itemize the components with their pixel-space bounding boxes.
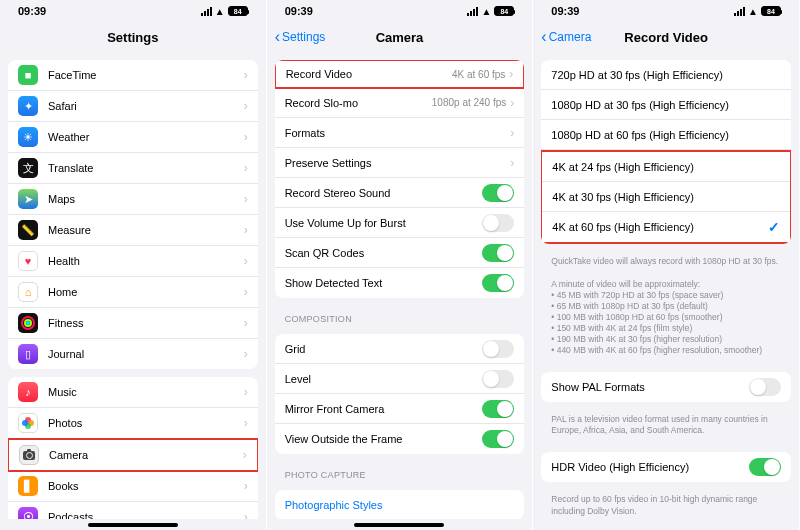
maps-icon: ➤ — [18, 189, 38, 209]
recordvideo-row[interactable]: Record Video4K at 60 fps› — [275, 60, 525, 89]
volup-row[interactable]: Use Volume Up for Burst — [275, 208, 525, 238]
settings-screen: 09:39 ▲ 84 Settings ■FaceTime›✦Safari›☀W… — [0, 0, 267, 530]
chevron-right-icon: › — [244, 479, 248, 493]
status-indicators: ▲ 84 — [734, 6, 781, 17]
journal-icon: ▯ — [18, 344, 38, 364]
chevron-right-icon: › — [244, 285, 248, 299]
preserve-row[interactable]: Preserve Settings› — [275, 148, 525, 178]
grid-toggle[interactable] — [482, 340, 514, 358]
chevron-right-icon: › — [510, 126, 514, 140]
pal-footer: PAL is a television video format used in… — [541, 410, 791, 444]
settings-row-home[interactable]: ⌂Home› — [8, 277, 258, 308]
qr-label: Scan QR Codes — [285, 247, 483, 259]
recordvideo-detail: 4K at 60 fps — [452, 69, 505, 80]
outside-label: View Outside the Frame — [285, 433, 483, 445]
settings-row-journal[interactable]: ▯Journal› — [8, 339, 258, 369]
back-button[interactable]: ‹Settings — [275, 29, 326, 45]
recordslomo-detail: 1080p at 240 fps — [432, 97, 507, 108]
outside-toggle[interactable] — [482, 430, 514, 448]
safari-icon: ✦ — [18, 96, 38, 116]
video-option-4k60[interactable]: 4K at 60 fps (High Efficiency)✓ — [542, 212, 790, 242]
chevron-right-icon: › — [244, 68, 248, 82]
show-pal-toggle[interactable] — [749, 378, 781, 396]
hdr-video-toggle[interactable] — [749, 458, 781, 476]
settings-row-fitness[interactable]: Fitness› — [8, 308, 258, 339]
show-pal-label: Show PAL Formats — [551, 381, 749, 393]
health-icon: ♥ — [18, 251, 38, 271]
hdr-footer: Record up to 60 fps video in 10-bit high… — [541, 490, 791, 524]
camera-label: Camera — [49, 449, 243, 461]
status-time: 09:39 — [18, 5, 46, 17]
chevron-right-icon: › — [244, 316, 248, 330]
back-label: Camera — [549, 30, 592, 44]
1080p30-label: 1080p HD at 30 fps (High Efficiency) — [551, 99, 781, 111]
settings-list[interactable]: ■FaceTime›✦Safari›☀Weather›文Translate›➤M… — [0, 52, 266, 519]
styles-row[interactable]: Photographic Styles — [275, 490, 525, 519]
translate-icon: 文 — [18, 158, 38, 178]
level-row[interactable]: Level — [275, 364, 525, 394]
recordslomo-row[interactable]: Record Slo-mo1080p at 240 fps› — [275, 88, 525, 118]
settings-row-translate[interactable]: 文Translate› — [8, 153, 258, 184]
settings-row-podcasts[interactable]: ⦿Podcasts› — [8, 502, 258, 519]
battery-icon: 84 — [494, 6, 514, 16]
status-bar: 09:39 ▲ 84 — [267, 0, 533, 22]
4k24-label: 4K at 24 fps (High Efficiency) — [552, 161, 780, 173]
music-icon: ♪ — [18, 382, 38, 402]
hdr-video-row[interactable]: HDR Video (High Efficiency) — [541, 452, 791, 482]
settings-row-weather[interactable]: ☀Weather› — [8, 122, 258, 153]
grid-label: Grid — [285, 343, 483, 355]
settings-row-safari[interactable]: ✦Safari› — [8, 91, 258, 122]
mirror-toggle[interactable] — [482, 400, 514, 418]
settings-row-photos[interactable]: Photos› — [8, 408, 258, 439]
level-toggle[interactable] — [482, 370, 514, 388]
qr-toggle[interactable] — [482, 244, 514, 262]
formats-row[interactable]: Formats› — [275, 118, 525, 148]
podcasts-label: Podcasts — [48, 511, 244, 519]
record-video-list[interactable]: 720p HD at 30 fps (High Efficiency)1080p… — [533, 52, 799, 530]
chevron-right-icon: › — [244, 161, 248, 175]
preserve-label: Preserve Settings — [285, 157, 511, 169]
stereo-toggle[interactable] — [482, 184, 514, 202]
video-option-4k30[interactable]: 4K at 30 fps (High Efficiency) — [542, 182, 790, 212]
settings-row-facetime[interactable]: ■FaceTime› — [8, 60, 258, 91]
settings-row-maps[interactable]: ➤Maps› — [8, 184, 258, 215]
formats-label: Formats — [285, 127, 511, 139]
show-pal-row[interactable]: Show PAL Formats — [541, 372, 791, 402]
home-indicator[interactable] — [354, 523, 444, 527]
volup-toggle[interactable] — [482, 214, 514, 232]
video-option-1080p30[interactable]: 1080p HD at 30 fps (High Efficiency) — [541, 90, 791, 120]
detecttext-toggle[interactable] — [482, 274, 514, 292]
minute-footer: A minute of video will be approximately:… — [541, 275, 791, 364]
settings-row-camera[interactable]: Camera› — [8, 438, 258, 472]
quicktake-footer: QuickTake video will always record with … — [541, 252, 791, 275]
chevron-left-icon: ‹ — [541, 29, 546, 45]
settings-row-books[interactable]: ▋Books› — [8, 471, 258, 502]
chevron-right-icon: › — [244, 416, 248, 430]
outside-row[interactable]: View Outside the Frame — [275, 424, 525, 454]
video-option-4k24[interactable]: 4K at 24 fps (High Efficiency) — [542, 152, 790, 182]
grid-row[interactable]: Grid — [275, 334, 525, 364]
section-header-composition: COMPOSITION — [275, 306, 525, 326]
stereo-row[interactable]: Record Stereo Sound — [275, 178, 525, 208]
settings-row-measure[interactable]: 📏Measure› — [8, 215, 258, 246]
detecttext-row[interactable]: Show Detected Text — [275, 268, 525, 298]
video-option-720p30[interactable]: 720p HD at 30 fps (High Efficiency) — [541, 60, 791, 90]
recordslomo-label: Record Slo-mo — [285, 97, 432, 109]
battery-icon: 84 — [228, 6, 248, 16]
home-indicator[interactable] — [88, 523, 178, 527]
camera-settings-screen: 09:39 ▲ 84 ‹Settings Camera Record Video… — [267, 0, 534, 530]
video-option-1080p60[interactable]: 1080p HD at 60 fps (High Efficiency) — [541, 120, 791, 150]
battery-icon: 84 — [761, 6, 781, 16]
mirror-label: Mirror Front Camera — [285, 403, 483, 415]
styles-link[interactable]: Photographic Styles — [285, 499, 515, 511]
back-button[interactable]: ‹Camera — [541, 29, 591, 45]
cellular-icon — [734, 7, 745, 16]
settings-row-music[interactable]: ♪Music› — [8, 377, 258, 408]
cellular-icon — [467, 7, 478, 16]
mirror-row[interactable]: Mirror Front Camera — [275, 394, 525, 424]
translate-label: Translate — [48, 162, 244, 174]
chevron-right-icon: › — [244, 347, 248, 361]
settings-row-health[interactable]: ♥Health› — [8, 246, 258, 277]
qr-row[interactable]: Scan QR Codes — [275, 238, 525, 268]
camera-settings-list[interactable]: Record Video4K at 60 fps›Record Slo-mo10… — [267, 52, 533, 519]
